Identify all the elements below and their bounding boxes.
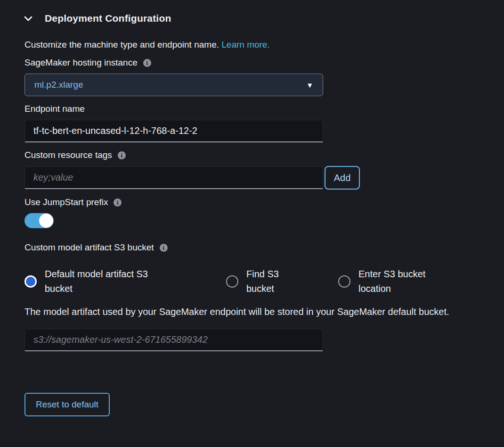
s3-bucket-label-row: Custom model artifact S3 bucket i xyxy=(24,242,504,253)
info-icon[interactable]: i xyxy=(160,244,168,252)
radio-unselected-icon[interactable] xyxy=(226,275,238,288)
tags-label-row: Custom resource tags i xyxy=(24,150,504,160)
info-icon[interactable]: i xyxy=(114,199,122,207)
chevron-down-icon[interactable] xyxy=(21,11,35,25)
triangle-down-icon: ▼ xyxy=(306,81,313,89)
resource-tags-input[interactable] xyxy=(24,166,323,189)
info-icon[interactable]: i xyxy=(118,151,126,159)
intro-description: Customize the machine type and endpoint … xyxy=(24,40,219,50)
instance-label-row: SageMaker hosting instance i xyxy=(24,58,504,68)
s3-bucket-help-text: The model artifact used by your SageMake… xyxy=(24,306,474,318)
custom-model-artifact-s3-bucket-label: Custom model artifact S3 bucket xyxy=(24,242,154,253)
add-tag-button[interactable]: Add xyxy=(325,166,360,190)
radio-label: Find S3 bucket xyxy=(246,267,299,296)
page-title: Deployment Configuration xyxy=(45,13,171,24)
section-header: Deployment Configuration xyxy=(0,11,504,25)
endpoint-name-label: Endpoint name xyxy=(24,104,85,114)
tags-input-row: Add xyxy=(24,166,504,190)
radio-selected-icon[interactable] xyxy=(24,275,37,288)
s3-bucket-radio-group: Default model artifact S3 bucket Find S3… xyxy=(24,267,504,296)
reset-to-default-button[interactable]: Reset to default xyxy=(24,393,110,416)
instance-label: SageMaker hosting instance xyxy=(24,58,138,68)
instance-type-value: ml.p2.xlarge xyxy=(34,80,83,90)
custom-resource-tags-label: Custom resource tags xyxy=(24,150,112,160)
s3-bucket-location-input[interactable] xyxy=(24,329,323,351)
endpoint-label-row: Endpoint name xyxy=(24,104,504,114)
jumpstart-prefix-toggle[interactable] xyxy=(24,213,54,228)
prefix-label-row: Use JumpStart prefix i xyxy=(24,197,504,207)
radio-default-model-artifact-s3-bucket[interactable]: Default model artifact S3 bucket xyxy=(24,267,226,296)
radio-label: Enter S3 bucket location xyxy=(358,267,449,296)
deployment-configuration-panel: Deployment Configuration Customize the m… xyxy=(0,0,504,416)
endpoint-name-input[interactable] xyxy=(24,120,323,142)
info-icon[interactable]: i xyxy=(143,59,151,67)
intro-text: Customize the machine type and endpoint … xyxy=(24,40,504,50)
toggle-knob xyxy=(39,214,53,228)
radio-unselected-icon[interactable] xyxy=(338,275,350,288)
radio-enter-s3-bucket-location[interactable]: Enter S3 bucket location xyxy=(338,267,449,296)
instance-type-select[interactable]: ml.p2.xlarge ▼ xyxy=(24,74,323,96)
radio-label: Default model artifact S3 bucket xyxy=(45,267,168,296)
jumpstart-prefix-label: Use JumpStart prefix xyxy=(24,197,108,207)
learn-more-link[interactable]: Learn more. xyxy=(221,40,269,50)
radio-find-s3-bucket[interactable]: Find S3 bucket xyxy=(226,267,338,296)
